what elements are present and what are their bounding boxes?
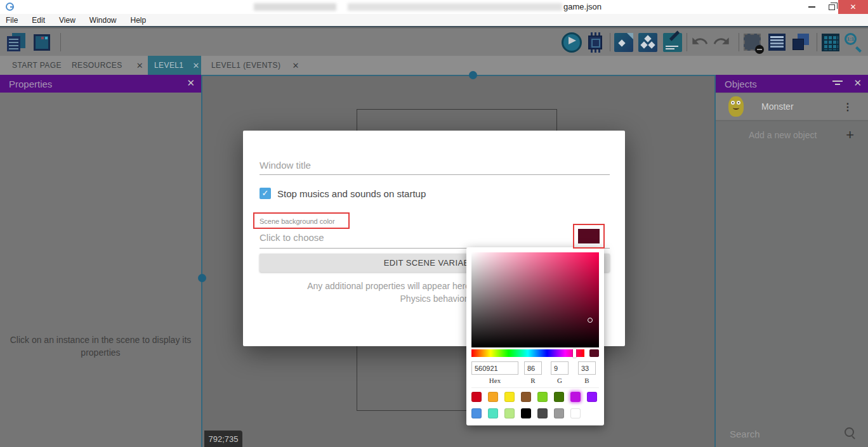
- search-input[interactable]: [730, 425, 838, 442]
- hex-label: Hex: [471, 377, 518, 384]
- saturation-marker[interactable]: [588, 318, 593, 323]
- menu-help[interactable]: Help: [131, 16, 147, 25]
- search-icon[interactable]: [844, 427, 857, 439]
- edit-objects-icon[interactable]: [614, 32, 634, 53]
- preset-color[interactable]: [554, 392, 564, 402]
- toolbar-separator: [60, 33, 61, 51]
- add-object-row[interactable]: Add a new object +: [716, 121, 868, 149]
- preset-color[interactable]: [488, 392, 498, 402]
- preview-play-icon[interactable]: [562, 32, 582, 53]
- preset-color[interactable]: [570, 392, 581, 402]
- hue-slider[interactable]: [471, 349, 584, 357]
- add-object-label: Add a new object: [749, 130, 817, 140]
- delete-instances-icon[interactable]: [742, 32, 763, 53]
- preset-color[interactable]: [504, 392, 515, 402]
- minimize-button[interactable]: [801, 0, 822, 14]
- preset-color[interactable]: [537, 408, 548, 418]
- tab-close-icon[interactable]: ✕: [136, 61, 143, 70]
- blue-input[interactable]: [578, 361, 596, 375]
- preset-color[interactable]: [554, 408, 564, 418]
- instances-list-icon[interactable]: [767, 32, 787, 53]
- toolbar: 1:1: [0, 29, 868, 56]
- cursor-position-badge: 792;735: [204, 431, 242, 447]
- hex-input[interactable]: [471, 361, 518, 375]
- gdevelop-window: game.json ✕ File Edit View Window Help: [0, 0, 868, 447]
- project-manager-icon[interactable]: [6, 32, 27, 53]
- left-splitter[interactable]: [201, 75, 202, 447]
- objects-panel-title: Objects: [725, 79, 757, 89]
- close-icon[interactable]: ✕: [853, 77, 862, 89]
- properties-panel-header: Properties ✕: [0, 75, 201, 93]
- toolbar-separator: [687, 33, 687, 51]
- object-list-item[interactable]: Monster ⋮: [716, 93, 868, 120]
- preset-color[interactable]: [587, 392, 597, 402]
- color-picker-popup: Hex R G B: [466, 247, 604, 425]
- properties-empty-message: Click on an instance in the scene to dis…: [8, 334, 194, 359]
- preset-color[interactable]: [570, 408, 581, 418]
- tab-resources[interactable]: RESOURCES ✕: [72, 56, 143, 75]
- gdevelop-logo-icon: [6, 3, 14, 11]
- tab-close-icon[interactable]: ✕: [192, 61, 199, 70]
- preset-color[interactable]: [504, 408, 515, 418]
- close-icon[interactable]: ✕: [187, 77, 195, 89]
- redacted-title-segment: [348, 3, 562, 11]
- click-to-choose-field[interactable]: Click to choose: [260, 232, 324, 243]
- objects-panel: Objects ✕ Monster ⋮ Add a new object +: [716, 75, 868, 447]
- zoom-1-1-icon[interactable]: 1:1: [844, 32, 864, 53]
- toolbar-separator: [610, 33, 610, 51]
- horizontal-splitter[interactable]: [202, 75, 714, 76]
- menu-view[interactable]: View: [59, 16, 76, 25]
- debug-icon[interactable]: [585, 32, 605, 53]
- editor-tab-bar: START PAGE RESOURCES ✕ LEVEL1 ✕ LEVEL1 (…: [0, 56, 868, 75]
- menu-bar: File Edit View Window Help: [0, 14, 868, 27]
- redacted-title-segment: [254, 3, 336, 11]
- splitter-handle[interactable]: [198, 274, 206, 282]
- menu-file[interactable]: File: [6, 16, 18, 25]
- plus-icon[interactable]: +: [846, 127, 854, 143]
- tab-level1-events[interactable]: LEVEL1 (EVENTS) ✕: [211, 56, 299, 75]
- blue-label: B: [578, 377, 596, 384]
- edit-groups-icon[interactable]: [638, 32, 658, 53]
- tab-start-page[interactable]: START PAGE: [12, 56, 62, 75]
- toolbar-separator: [817, 33, 817, 51]
- tab-close-icon[interactable]: ✕: [292, 61, 299, 70]
- edit-scene-properties-icon[interactable]: [662, 32, 683, 53]
- object-name: Monster: [761, 101, 794, 112]
- preset-color[interactable]: [471, 408, 482, 418]
- menu-window[interactable]: Window: [89, 16, 117, 25]
- window-title-field[interactable]: Window title: [260, 160, 311, 171]
- tab-level1[interactable]: LEVEL1 ✕: [148, 56, 201, 75]
- window-title: game.json: [563, 2, 602, 11]
- annotation-box-color-swatch: [573, 224, 605, 249]
- grid-icon[interactable]: [820, 32, 841, 53]
- red-label: R: [524, 377, 542, 384]
- object-menu-icon[interactable]: ⋮: [843, 101, 853, 113]
- green-label: G: [551, 377, 569, 384]
- undo-icon[interactable]: [690, 32, 711, 53]
- monster-thumbnail-icon: [728, 96, 744, 117]
- preset-color[interactable]: [521, 392, 531, 402]
- stop-music-label: Stop musics and sounds on startup: [277, 188, 426, 199]
- preset-color[interactable]: [488, 408, 498, 418]
- start-page-icon[interactable]: [32, 32, 52, 53]
- layers-icon[interactable]: [791, 32, 811, 53]
- filter-icon[interactable]: [832, 81, 843, 85]
- menu-edit[interactable]: Edit: [32, 16, 45, 25]
- saturation-area[interactable]: [471, 252, 599, 347]
- preset-color[interactable]: [471, 392, 482, 402]
- preset-color[interactable]: [537, 392, 548, 402]
- close-button[interactable]: ✕: [838, 0, 868, 14]
- preset-color[interactable]: [521, 408, 531, 418]
- text-field-underline: [260, 174, 610, 175]
- annotation-box-scene-background-color: [253, 212, 350, 229]
- objects-search-row: [716, 420, 868, 447]
- objects-panel-header: Objects ✕: [716, 75, 868, 93]
- redo-icon[interactable]: [712, 32, 732, 53]
- red-input[interactable]: [524, 361, 542, 375]
- properties-panel: Properties ✕ Click on an instance in the…: [0, 75, 201, 447]
- stop-music-checkbox[interactable]: ✓: [260, 188, 271, 199]
- green-input[interactable]: [551, 361, 569, 375]
- hue-slider-handle[interactable]: [573, 349, 576, 358]
- splitter-handle[interactable]: [469, 71, 477, 79]
- title-bar: game.json ✕: [0, 0, 868, 14]
